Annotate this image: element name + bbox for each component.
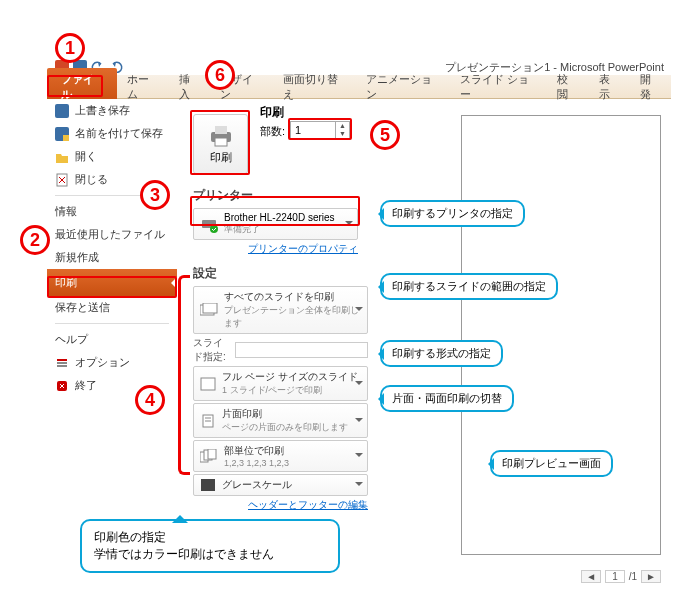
print-preview <box>461 115 661 555</box>
printer-name: Brother HL-2240D series <box>224 212 335 223</box>
print-header: 印刷 <box>260 104 284 121</box>
save-icon <box>55 104 69 118</box>
options-icon <box>55 356 69 370</box>
print-button-label: 印刷 <box>210 150 232 165</box>
chevron-down-icon <box>355 307 363 315</box>
chevron-down-icon <box>355 418 363 426</box>
printer-status: 準備完了 <box>224 223 335 236</box>
slides-all-icon <box>200 303 218 317</box>
header-footer-link[interactable]: ヘッダーとフッターの編集 <box>193 498 368 512</box>
svg-rect-17 <box>203 303 217 313</box>
red-brace <box>178 275 190 475</box>
chevron-down-icon <box>355 453 363 461</box>
callout-layout: 印刷する形式の指定 <box>380 340 503 367</box>
printer-dropdown[interactable]: Brother HL-2240D series 準備完了 <box>193 208 358 240</box>
bs-new-label: 新規作成 <box>55 250 99 265</box>
marker-4: 4 <box>135 385 165 415</box>
marker-2: 2 <box>20 225 50 255</box>
bs-open[interactable]: 開く <box>47 145 177 168</box>
printer-properties-link[interactable]: プリンターのプロパティ <box>193 242 358 256</box>
slide-spec-input[interactable] <box>235 342 368 358</box>
svg-rect-13 <box>215 138 227 146</box>
bs-share-label: 保存と送信 <box>55 300 110 315</box>
bs-help-label: ヘルプ <box>55 332 88 347</box>
bs-saveas[interactable]: 名前を付けて保存 <box>47 122 177 145</box>
copies-value: 1 <box>295 124 301 136</box>
fullpage-icon <box>200 377 216 391</box>
printer-status-icon <box>200 215 218 233</box>
close-doc-icon <box>55 173 69 187</box>
ribbon: ファイル ホーム 挿入 デザイン 画面切り替え アニメーション スライド ショー… <box>47 75 671 99</box>
copies-spinner[interactable]: 1 ▲▼ <box>290 121 350 139</box>
settings-header: 設定 <box>193 265 368 282</box>
bs-share[interactable]: 保存と送信 <box>47 296 177 319</box>
pager-current[interactable]: 1 <box>605 570 625 583</box>
folder-open-icon <box>55 150 69 164</box>
spin-up-icon[interactable]: ▲ <box>336 122 349 130</box>
bs-help[interactable]: ヘルプ <box>47 328 177 351</box>
tab-review[interactable]: 校閲 <box>547 68 588 106</box>
chevron-down-icon <box>345 221 353 229</box>
marker-3: 3 <box>140 180 170 210</box>
svg-point-15 <box>210 225 218 233</box>
exit-icon <box>55 379 69 393</box>
bs-exit-label: 終了 <box>75 378 97 393</box>
svg-rect-9 <box>57 365 67 367</box>
color-dropdown[interactable]: グレースケール <box>193 474 368 496</box>
bs-options[interactable]: オプション <box>47 351 177 374</box>
svg-rect-24 <box>208 449 216 459</box>
bs-print-label: 印刷 <box>55 275 77 290</box>
callout-side: 片面・両面印刷の切替 <box>380 385 514 412</box>
bs-saveas-label: 名前を付けて保存 <box>75 126 163 141</box>
svg-rect-25 <box>201 479 215 491</box>
pager-next[interactable]: ► <box>641 570 661 583</box>
print-button[interactable]: 印刷 <box>193 114 248 174</box>
svg-rect-18 <box>201 378 215 390</box>
bs-new[interactable]: 新規作成 <box>47 246 177 269</box>
printer-icon <box>207 124 235 148</box>
saveas-icon <box>55 127 69 141</box>
slide-spec-label: スライド指定: <box>193 336 231 364</box>
bs-save[interactable]: 上書き保存 <box>47 99 177 122</box>
preview-pager: ◄ 1 /1 ► <box>581 570 661 583</box>
pager-prev[interactable]: ◄ <box>581 570 601 583</box>
collate-dropdown[interactable]: 部単位で印刷1,2,3 1,2,3 1,2,3 <box>193 440 368 472</box>
bs-info-label: 情報 <box>55 204 77 219</box>
marker-6: 6 <box>205 60 235 90</box>
side-dropdown[interactable]: 片面印刷ページの片面のみを印刷します <box>193 403 368 438</box>
collate-icon <box>200 449 218 463</box>
bs-recent-label: 最近使用したファイル <box>55 227 165 242</box>
bs-close-label: 閉じる <box>75 172 108 187</box>
bs-options-label: オプション <box>75 355 130 370</box>
layout-dropdown[interactable]: フル ページ サイズのスライド1 スライド/ページで印刷 <box>193 366 368 401</box>
tab-slideshow[interactable]: スライド ショー <box>450 68 547 106</box>
marker-1: 1 <box>55 33 85 63</box>
svg-rect-3 <box>55 104 69 118</box>
callout-color-note: 印刷色の指定 学情ではカラー印刷はできません <box>80 519 340 573</box>
printer-section-header: プリンター <box>193 187 358 204</box>
grayscale-icon <box>200 478 216 492</box>
chevron-down-icon <box>355 482 363 490</box>
svg-rect-12 <box>215 126 227 134</box>
svg-rect-8 <box>57 362 67 364</box>
copies-label: 部数: <box>260 124 285 139</box>
bs-save-label: 上書き保存 <box>75 103 130 118</box>
pager-total: /1 <box>629 571 637 582</box>
callout-preview: 印刷プレビュー画面 <box>490 450 613 477</box>
svg-rect-7 <box>57 359 67 361</box>
oneside-icon <box>200 414 216 428</box>
tab-dev[interactable]: 開発 <box>630 68 671 106</box>
scope-dropdown[interactable]: すべてのスライドを印刷プレゼンテーション全体を印刷します <box>193 286 368 334</box>
chevron-down-icon <box>355 381 363 389</box>
spin-down-icon[interactable]: ▼ <box>336 130 349 138</box>
callout-printer: 印刷するプリンタの指定 <box>380 200 525 227</box>
marker-5: 5 <box>370 120 400 150</box>
svg-rect-5 <box>63 135 69 141</box>
tab-view[interactable]: 表示 <box>589 68 630 106</box>
bs-open-label: 開く <box>75 149 97 164</box>
bs-recent[interactable]: 最近使用したファイル <box>47 223 177 246</box>
bs-print[interactable]: 印刷 <box>47 269 177 296</box>
callout-scope: 印刷するスライドの範囲の指定 <box>380 273 558 300</box>
